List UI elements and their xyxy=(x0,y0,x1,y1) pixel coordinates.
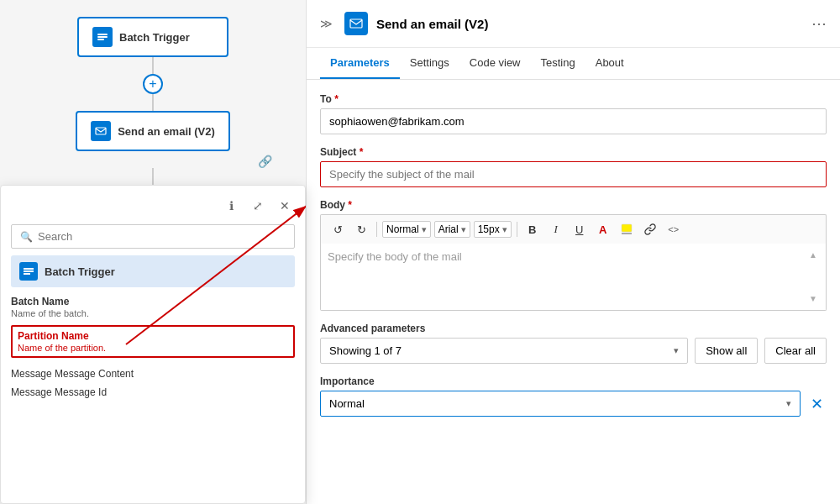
showing-chevron: ▾ xyxy=(674,345,679,356)
advanced-label: Advanced parameters xyxy=(320,323,827,334)
link-icon: 🔗 xyxy=(258,155,272,168)
tab-settings[interactable]: Settings xyxy=(400,48,459,79)
svg-rect-6 xyxy=(24,273,30,275)
style-label: Normal xyxy=(386,223,419,235)
batch-trigger-icon xyxy=(92,27,113,47)
svg-rect-4 xyxy=(24,268,34,270)
link-icon xyxy=(644,223,656,235)
svg-rect-0 xyxy=(97,34,108,35)
svg-rect-1 xyxy=(97,36,108,38)
to-input[interactable] xyxy=(320,108,827,134)
partition-name-field[interactable]: Partition Name Name of the partition. xyxy=(11,325,295,358)
batch-trigger-label: Batch Trigger xyxy=(119,31,190,44)
action-header: ≫ Send an email (V2) ⋯ xyxy=(307,0,840,48)
underline-btn[interactable]: U xyxy=(570,219,590,239)
bold-btn[interactable]: B xyxy=(522,219,543,239)
tab-testing[interactable]: Testing xyxy=(531,48,585,79)
svg-rect-3 xyxy=(96,128,106,134)
batch-name-desc: Name of the batch. xyxy=(11,308,295,318)
connector-3 xyxy=(152,168,154,185)
svg-rect-5 xyxy=(24,270,34,272)
message-content-link[interactable]: Message Message Content xyxy=(11,365,295,383)
code-btn[interactable]: <> xyxy=(664,219,684,239)
importance-value: Normal xyxy=(329,397,365,410)
body-label: Body * xyxy=(320,199,827,211)
scroll-down-arrow[interactable]: ▼ xyxy=(809,294,817,303)
showing-text: Showing 1 of 7 xyxy=(329,344,402,357)
close-btn[interactable]: ✕ xyxy=(275,196,295,216)
trigger-label: Batch Trigger xyxy=(45,265,115,278)
divider-2 xyxy=(517,222,517,237)
highlight-icon xyxy=(621,223,633,235)
style-dropdown[interactable]: Normal ▾ xyxy=(382,221,431,238)
svg-rect-11 xyxy=(622,233,632,234)
link-btn[interactable] xyxy=(640,219,660,239)
search-icon: 🔍 xyxy=(20,231,33,243)
size-label: 15px xyxy=(478,223,500,235)
more-options-btn[interactable]: ⋯ xyxy=(811,14,827,33)
showing-dropdown[interactable]: Showing 1 of 7 ▾ xyxy=(320,338,688,364)
batch-name-title: Batch Name xyxy=(11,296,295,307)
subject-label: Subject * xyxy=(320,146,827,158)
font-chevron: ▾ xyxy=(461,224,466,235)
clear-all-btn[interactable]: Clear all xyxy=(764,338,827,364)
to-field-row: To * xyxy=(320,93,827,134)
font-label: Arial xyxy=(438,223,459,235)
svg-rect-10 xyxy=(622,224,632,232)
size-dropdown[interactable]: 15px ▾ xyxy=(474,221,512,238)
popup-header: ℹ ⤢ ✕ xyxy=(11,196,295,216)
action-title: Send an email (V2) xyxy=(376,17,803,31)
style-chevron: ▾ xyxy=(422,224,427,235)
send-email-label: Send an email (V2) xyxy=(118,125,215,138)
svg-rect-9 xyxy=(350,19,362,28)
partition-name-desc: Name of the partition. xyxy=(18,343,288,353)
body-field-row: Body * ↺ ↻ Normal ▾ Arial ▾ 15px ▾ xyxy=(320,199,827,311)
tab-code-view[interactable]: Code view xyxy=(459,48,531,79)
field-picker-popup: ℹ ⤢ ✕ 🔍 Batch Trigger Batch Name Name of… xyxy=(0,185,306,504)
font-color-btn[interactable]: A xyxy=(593,219,613,239)
scroll-up-arrow[interactable]: ▲ xyxy=(809,250,817,260)
body-placeholder: Specify the body of the mail xyxy=(328,250,807,303)
importance-clear-btn[interactable]: ✕ xyxy=(807,391,827,417)
rich-toolbar: ↺ ↻ Normal ▾ Arial ▾ 15px ▾ B I xyxy=(320,214,827,244)
connector-1 xyxy=(152,57,154,74)
send-email-icon xyxy=(91,121,111,141)
trigger-icon xyxy=(19,262,38,281)
send-email-node[interactable]: Send an email (V2) xyxy=(76,111,230,151)
highlight-btn[interactable] xyxy=(617,219,637,239)
importance-dropdown[interactable]: Normal ▾ xyxy=(320,391,801,417)
action-icon xyxy=(344,12,368,35)
tab-parameters[interactable]: Parameters xyxy=(320,48,400,79)
body-editor[interactable]: Specify the body of the mail ▲ ▼ xyxy=(320,244,827,311)
subject-field-row: Subject * xyxy=(320,146,827,187)
italic-btn[interactable]: I xyxy=(546,219,566,239)
info-btn[interactable]: ℹ xyxy=(221,196,241,216)
adv-controls: Showing 1 of 7 ▾ Show all Clear all xyxy=(320,338,827,364)
size-chevron: ▾ xyxy=(502,224,507,235)
expand-btn[interactable]: ⤢ xyxy=(248,196,268,216)
connector-2 xyxy=(152,94,154,111)
selected-trigger[interactable]: Batch Trigger xyxy=(11,255,295,287)
importance-label: Importance xyxy=(320,375,827,387)
collapse-btn[interactable]: ≫ xyxy=(320,17,333,30)
search-box[interactable]: 🔍 xyxy=(11,224,295,249)
add-between-btn-1[interactable]: + xyxy=(143,74,163,94)
batch-name-field[interactable]: Batch Name Name of the batch. xyxy=(11,296,295,318)
importance-chevron: ▾ xyxy=(786,398,791,409)
partition-name-title: Partition Name xyxy=(18,330,288,342)
message-id-link[interactable]: Message Message Id xyxy=(11,383,295,402)
form-content: To * Subject * Body * ↺ ↻ Normal xyxy=(307,80,840,504)
batch-trigger-node[interactable]: Batch Trigger xyxy=(77,17,228,57)
right-panel: ≫ Send an email (V2) ⋯ Parameters Settin… xyxy=(307,0,840,504)
font-dropdown[interactable]: Arial ▾ xyxy=(434,221,470,238)
subject-input[interactable] xyxy=(320,161,827,187)
undo-btn[interactable]: ↺ xyxy=(328,219,348,239)
redo-btn[interactable]: ↻ xyxy=(351,219,371,239)
tab-about[interactable]: About xyxy=(585,48,634,79)
importance-row: Importance Normal ▾ ✕ xyxy=(320,375,827,417)
show-all-btn[interactable]: Show all xyxy=(695,338,758,364)
importance-controls: Normal ▾ ✕ xyxy=(320,391,827,417)
advanced-params-row: Advanced parameters Showing 1 of 7 ▾ Sho… xyxy=(320,323,827,364)
divider-1 xyxy=(376,222,377,237)
search-input[interactable] xyxy=(38,230,286,243)
